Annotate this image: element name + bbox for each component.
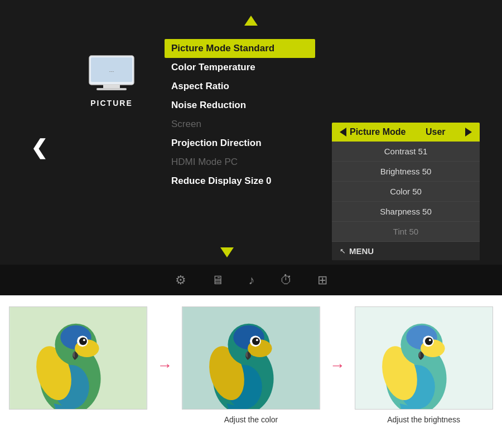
- menu-item-noise-reduction[interactable]: Noise Reduction: [165, 96, 315, 115]
- svg-point-33: [425, 337, 433, 345]
- menu-item-color-temp[interactable]: Color Temperature: [165, 58, 315, 77]
- parrot-color-adjusted: Adjust the color: [178, 306, 324, 424]
- settings-icon[interactable]: ⚙: [175, 273, 186, 288]
- sub-menu-header: Picture Mode User: [332, 123, 480, 142]
- menu-button-text: MENU: [349, 246, 374, 256]
- arrow-connector-2: →: [324, 306, 351, 374]
- sub-menu-panel: Picture Mode User Contrast 51 Brightness…: [332, 123, 480, 260]
- scroll-down-arrow[interactable]: [220, 247, 234, 257]
- parrot-image-color: [182, 306, 320, 410]
- menu-item-hdmi-mode[interactable]: HDMI Mode PC: [165, 153, 315, 172]
- parrot-svg-3: [355, 307, 493, 409]
- parrot-svg-2: [182, 307, 320, 409]
- tv-ui-panel: ❮ ❯ --- PICTURE Picture Mode Standard Co…: [0, 0, 502, 295]
- monitor-icon: ---: [86, 53, 137, 93]
- picture-label: PICTURE: [90, 99, 132, 108]
- timer-icon[interactable]: ⏱: [280, 273, 292, 288]
- bottom-section: →: [0, 295, 502, 448]
- menu-item-projection-direction[interactable]: Projection Direction: [165, 134, 315, 153]
- apps-icon[interactable]: ⊞: [317, 273, 327, 288]
- menu-button[interactable]: ↖ MENU: [332, 242, 480, 260]
- pink-arrow-1: →: [157, 357, 172, 374]
- sub-arrow-right-icon[interactable]: [465, 128, 472, 137]
- main-menu: Picture Mode Standard Color Temperature …: [165, 39, 315, 191]
- parrot-image-original: [9, 306, 147, 410]
- svg-point-24: [256, 339, 258, 341]
- arrow-connector-1: →: [151, 306, 178, 374]
- svg-point-13: [79, 337, 87, 345]
- sub-menu-header-left: Picture Mode: [340, 127, 406, 137]
- parrot-label-3: Adjust the brightness: [387, 415, 460, 424]
- parrot-svg-1: [9, 307, 147, 409]
- parrot-brightness-adjusted: Adjust the brightness: [351, 306, 496, 424]
- svg-point-34: [428, 339, 431, 341]
- menu-item-aspect-ratio[interactable]: Aspect Ratio: [165, 77, 315, 96]
- parrot-original: [6, 306, 151, 415]
- footer-bar: ⚙ 🖥 ♪ ⏱ ⊞: [0, 265, 502, 295]
- scroll-up-arrow[interactable]: [244, 16, 258, 26]
- menu-item-picture-mode[interactable]: Picture Mode Standard: [165, 39, 315, 58]
- sub-item-tint[interactable]: Tint 50: [332, 222, 480, 242]
- menu-arrow-icon: ↖: [340, 247, 346, 255]
- menu-item-reduce-display[interactable]: Reduce Display Size 0: [165, 172, 315, 191]
- sub-item-brightness[interactable]: Brightness 50: [332, 162, 480, 182]
- sub-item-contrast[interactable]: Contrast 51: [332, 142, 480, 162]
- parrot-label-2: Adjust the color: [224, 415, 278, 424]
- pink-arrow-2: →: [330, 357, 345, 374]
- picture-icon-area: --- PICTURE: [86, 53, 137, 108]
- nav-left-button[interactable]: ❮: [31, 136, 47, 159]
- display-icon[interactable]: 🖥: [211, 273, 224, 288]
- svg-point-14: [83, 339, 85, 341]
- sub-item-sharpness[interactable]: Sharpness 50: [332, 202, 480, 222]
- svg-rect-3: [96, 88, 127, 90]
- sub-menu-title: Picture Mode: [350, 127, 406, 137]
- menu-item-screen[interactable]: Screen: [165, 115, 315, 134]
- svg-point-23: [252, 337, 260, 345]
- parrot-image-brightness: [355, 306, 493, 410]
- sub-item-color[interactable]: Color 50: [332, 182, 480, 202]
- svg-rect-2: [103, 85, 120, 88]
- svg-text:---: ---: [109, 69, 114, 74]
- sub-arrow-left-icon[interactable]: [340, 128, 346, 137]
- sub-menu-value: User: [426, 127, 446, 137]
- audio-icon[interactable]: ♪: [249, 273, 255, 288]
